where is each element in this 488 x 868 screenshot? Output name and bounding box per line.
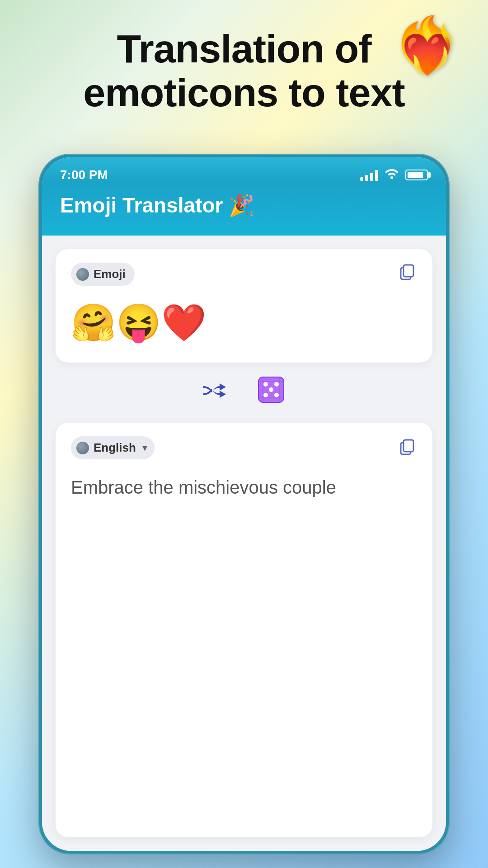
english-lang-dot: [76, 442, 89, 454]
dropdown-arrow-icon: ▾: [142, 442, 147, 454]
battery-icon: [405, 170, 428, 180]
emoji-card-header: Emoji: [71, 263, 417, 286]
emoji-copy-button[interactable]: [399, 263, 417, 285]
svg-point-5: [274, 382, 279, 387]
emoji-language-badge[interactable]: Emoji: [71, 263, 135, 286]
svg-rect-14: [404, 440, 413, 452]
header-title: Translation of emoticons to text: [36, 27, 452, 115]
status-bar: 7:00 PM: [42, 157, 446, 182]
emoji-input-content[interactable]: 🤗😝❤️: [71, 297, 417, 349]
svg-point-8: [269, 387, 273, 392]
wifi-icon: [385, 167, 399, 182]
translated-text: Embrace the mischievous couple: [71, 470, 417, 505]
english-output-card[interactable]: English ▾ Embrace the mischievous couple: [56, 423, 432, 837]
controls-row: [56, 363, 432, 423]
app-header: Emoji Translator 🎉: [42, 182, 446, 236]
status-time: 7:00 PM: [60, 168, 108, 182]
svg-point-7: [274, 393, 279, 397]
dice-button[interactable]: [257, 375, 286, 410]
signal-icon: [360, 169, 378, 181]
svg-point-6: [263, 393, 268, 397]
english-copy-button[interactable]: [399, 438, 417, 458]
english-card-header: English ▾: [71, 436, 417, 459]
emoji-lang-dot: [76, 268, 89, 281]
app-title: Emoji Translator 🎉: [60, 193, 428, 217]
svg-rect-1: [404, 265, 413, 277]
english-language-badge[interactable]: English ▾: [71, 436, 155, 459]
page-header: Translation of emoticons to text: [0, 27, 488, 115]
svg-point-4: [263, 382, 268, 387]
emoji-input-card[interactable]: Emoji 🤗😝❤️: [56, 249, 432, 363]
english-lang-label: English: [94, 441, 136, 455]
phone-screen: 7:00 PM Emoji Transl: [42, 157, 446, 851]
status-icons: [360, 167, 428, 182]
app-content: Emoji 🤗😝❤️: [42, 236, 446, 851]
emoji-lang-label: Emoji: [94, 267, 126, 281]
shuffle-button[interactable]: [202, 380, 230, 406]
phone-mockup: 7:00 PM Emoji Transl: [38, 154, 450, 854]
